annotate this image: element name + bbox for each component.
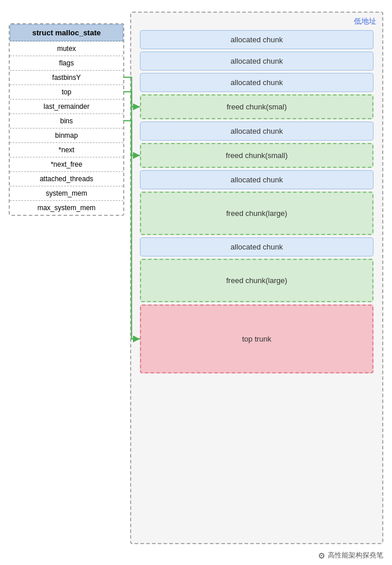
- chunk-chunk7: allocated chunk: [140, 170, 373, 189]
- chunk-chunk5: allocated chunk: [140, 122, 373, 141]
- chunk-chunk8: freed chunk(large): [140, 192, 373, 235]
- struct-box: struct malloc_state mutexflagsfastbinsYt…: [9, 23, 124, 216]
- struct-field-last_remainder: last_remainder: [10, 99, 123, 113]
- footer: ⚙ 高性能架构探堯笔: [318, 551, 383, 560]
- struct-title: struct malloc_state: [10, 24, 123, 41]
- struct-field-_next: *next: [10, 142, 123, 157]
- struct-field-_next_free: *next_free: [10, 157, 123, 171]
- low-address-label: 低地址: [354, 16, 376, 27]
- struct-field-top: top: [10, 85, 123, 99]
- chunk-chunk2: allocated chunk: [140, 52, 373, 71]
- struct-field-mutex: mutex: [10, 41, 123, 56]
- chunk-chunk10: freed chunk(large): [140, 259, 373, 302]
- chunk-chunk6: freed chunk(small): [140, 143, 373, 168]
- footer-text: 高性能架构探堯笔: [328, 551, 383, 560]
- footer-icon: ⚙: [318, 551, 326, 560]
- chunk-chunk1: allocated chunk: [140, 30, 373, 49]
- struct-field-fastbinsY: fastbinsY: [10, 70, 123, 85]
- chunk-chunk9: allocated chunk: [140, 237, 373, 256]
- chunk-chunk3: allocated chunk: [140, 73, 373, 92]
- main-container: struct malloc_state mutexflagsfastbinsYt…: [0, 0, 392, 556]
- struct-field-system_mem: system_mem: [10, 186, 123, 200]
- chunk-chunk4: freed chunk(smal): [140, 94, 373, 119]
- struct-field-max_system_mem: max_system_mem: [10, 200, 123, 215]
- struct-field-bins: bins: [10, 113, 123, 128]
- struct-field-flags: flags: [10, 56, 123, 70]
- struct-field-attached_threads: attached_threads: [10, 171, 123, 186]
- memory-area: 低地址 allocated chunkallocated chunkalloca…: [130, 12, 383, 544]
- chunk-chunk11: top trunk: [140, 304, 373, 373]
- struct-field-binmap: binmap: [10, 128, 123, 142]
